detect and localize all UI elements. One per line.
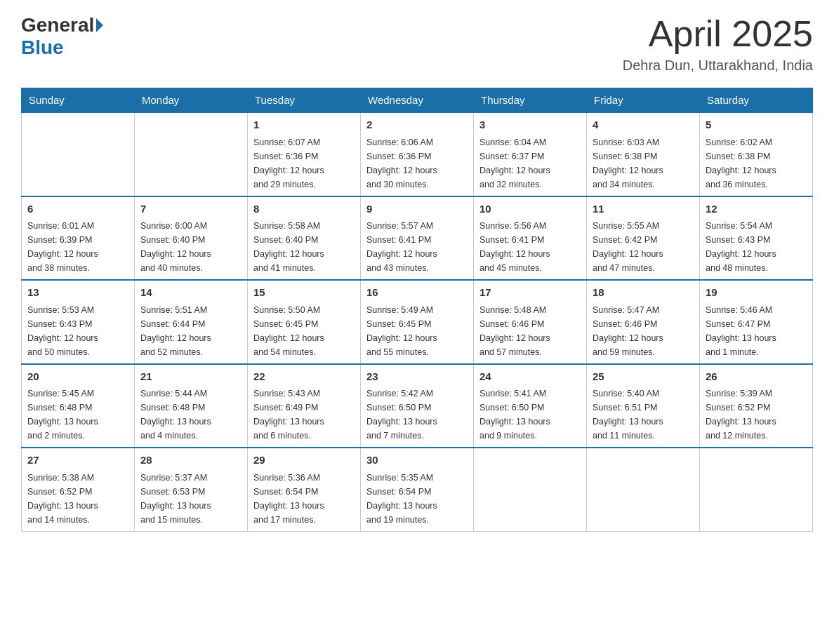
column-header-monday: Monday — [135, 88, 248, 113]
calendar-cell: 6Sunrise: 6:01 AM Sunset: 6:39 PM Daylig… — [22, 196, 135, 281]
day-number: 23 — [366, 369, 468, 385]
calendar-cell: 28Sunrise: 5:37 AM Sunset: 6:53 PM Dayli… — [135, 448, 248, 531]
day-info: Sunrise: 5:45 AM Sunset: 6:48 PM Dayligh… — [27, 387, 128, 443]
day-number: 7 — [140, 201, 241, 217]
calendar-cell: 7Sunrise: 6:00 AM Sunset: 6:40 PM Daylig… — [135, 196, 248, 281]
calendar-cell: 4Sunrise: 6:03 AM Sunset: 6:38 PM Daylig… — [587, 112, 700, 196]
calendar-body: 1Sunrise: 6:07 AM Sunset: 6:36 PM Daylig… — [22, 112, 813, 531]
calendar-cell — [474, 448, 587, 531]
day-number: 27 — [27, 452, 128, 469]
calendar-cell: 10Sunrise: 5:56 AM Sunset: 6:41 PM Dayli… — [474, 196, 587, 281]
calendar-cell: 11Sunrise: 5:55 AM Sunset: 6:42 PM Dayli… — [587, 196, 700, 281]
logo-blue-part — [94, 18, 103, 32]
day-info: Sunrise: 5:47 AM Sunset: 6:46 PM Dayligh… — [593, 303, 694, 359]
day-number: 21 — [140, 369, 241, 385]
column-header-sunday: Sunday — [22, 88, 135, 113]
logo: General Blue — [21, 14, 103, 59]
calendar-cell: 30Sunrise: 5:35 AM Sunset: 6:54 PM Dayli… — [361, 448, 474, 531]
calendar-cell: 22Sunrise: 5:43 AM Sunset: 6:49 PM Dayli… — [248, 364, 361, 448]
day-info: Sunrise: 5:41 AM Sunset: 6:50 PM Dayligh… — [479, 387, 581, 443]
calendar-cell: 20Sunrise: 5:45 AM Sunset: 6:48 PM Dayli… — [22, 364, 135, 448]
day-number: 10 — [479, 201, 581, 217]
day-info: Sunrise: 5:44 AM Sunset: 6:48 PM Dayligh… — [140, 387, 241, 443]
month-title: April 2025 — [623, 14, 813, 54]
day-info: Sunrise: 6:02 AM Sunset: 6:38 PM Dayligh… — [706, 135, 807, 192]
day-info: Sunrise: 5:54 AM Sunset: 6:43 PM Dayligh… — [706, 219, 807, 275]
column-header-friday: Friday — [587, 88, 700, 113]
day-info: Sunrise: 5:58 AM Sunset: 6:40 PM Dayligh… — [253, 219, 355, 275]
day-info: Sunrise: 5:53 AM Sunset: 6:43 PM Dayligh… — [27, 303, 128, 359]
day-info: Sunrise: 5:38 AM Sunset: 6:52 PM Dayligh… — [27, 471, 128, 527]
day-info: Sunrise: 5:37 AM Sunset: 6:53 PM Dayligh… — [140, 471, 241, 527]
day-info: Sunrise: 5:56 AM Sunset: 6:41 PM Dayligh… — [479, 219, 581, 275]
day-number: 9 — [366, 201, 468, 217]
calendar-cell: 15Sunrise: 5:50 AM Sunset: 6:45 PM Dayli… — [248, 280, 361, 364]
calendar-cell: 24Sunrise: 5:41 AM Sunset: 6:50 PM Dayli… — [474, 364, 587, 448]
day-info: Sunrise: 5:49 AM Sunset: 6:45 PM Dayligh… — [366, 303, 468, 359]
day-info: Sunrise: 5:40 AM Sunset: 6:51 PM Dayligh… — [593, 387, 694, 443]
day-number: 6 — [27, 201, 128, 217]
calendar-cell: 17Sunrise: 5:48 AM Sunset: 6:46 PM Dayli… — [474, 280, 587, 364]
day-info: Sunrise: 5:42 AM Sunset: 6:50 PM Dayligh… — [366, 387, 468, 443]
week-row-2: 6Sunrise: 6:01 AM Sunset: 6:39 PM Daylig… — [22, 196, 813, 281]
day-number: 28 — [140, 452, 241, 469]
calendar-cell — [700, 448, 813, 531]
calendar-cell — [135, 112, 248, 196]
calendar-cell — [587, 448, 700, 531]
day-info: Sunrise: 6:04 AM Sunset: 6:37 PM Dayligh… — [479, 135, 581, 192]
day-info: Sunrise: 6:00 AM Sunset: 6:40 PM Dayligh… — [140, 219, 241, 275]
day-info: Sunrise: 6:06 AM Sunset: 6:36 PM Dayligh… — [366, 135, 468, 192]
week-row-4: 20Sunrise: 5:45 AM Sunset: 6:48 PM Dayli… — [22, 364, 813, 448]
calendar-cell: 13Sunrise: 5:53 AM Sunset: 6:43 PM Dayli… — [22, 280, 135, 364]
calendar-cell: 29Sunrise: 5:36 AM Sunset: 6:54 PM Dayli… — [248, 448, 361, 531]
day-info: Sunrise: 5:48 AM Sunset: 6:46 PM Dayligh… — [479, 303, 581, 359]
day-number: 1 — [253, 117, 355, 133]
calendar-cell: 3Sunrise: 6:04 AM Sunset: 6:37 PM Daylig… — [474, 112, 587, 196]
day-info: Sunrise: 5:55 AM Sunset: 6:42 PM Dayligh… — [593, 219, 694, 275]
day-number: 29 — [253, 452, 355, 469]
day-number: 15 — [253, 285, 355, 301]
calendar-cell: 9Sunrise: 5:57 AM Sunset: 6:41 PM Daylig… — [361, 196, 474, 281]
day-info: Sunrise: 5:39 AM Sunset: 6:52 PM Dayligh… — [706, 387, 807, 443]
day-number: 19 — [706, 285, 807, 301]
day-number: 22 — [253, 369, 355, 385]
day-number: 25 — [593, 369, 694, 385]
day-info: Sunrise: 5:36 AM Sunset: 6:54 PM Dayligh… — [253, 471, 355, 527]
week-row-5: 27Sunrise: 5:38 AM Sunset: 6:52 PM Dayli… — [22, 448, 813, 531]
day-number: 12 — [706, 201, 807, 217]
location-subtitle: Dehra Dun, Uttarakhand, India — [623, 58, 813, 74]
day-info: Sunrise: 5:43 AM Sunset: 6:49 PM Dayligh… — [253, 387, 355, 443]
calendar-cell: 5Sunrise: 6:02 AM Sunset: 6:38 PM Daylig… — [700, 112, 813, 196]
day-number: 18 — [593, 285, 694, 301]
day-number: 11 — [593, 201, 694, 217]
column-header-wednesday: Wednesday — [361, 88, 474, 113]
calendar-cell: 18Sunrise: 5:47 AM Sunset: 6:46 PM Dayli… — [587, 280, 700, 364]
logo-arrow-icon — [96, 18, 103, 32]
logo-blue-text: Blue — [21, 36, 64, 59]
column-header-thursday: Thursday — [474, 88, 587, 113]
day-number: 30 — [366, 452, 468, 469]
day-number: 2 — [366, 117, 468, 133]
calendar-cell: 2Sunrise: 6:06 AM Sunset: 6:36 PM Daylig… — [361, 112, 474, 196]
calendar-cell: 21Sunrise: 5:44 AM Sunset: 6:48 PM Dayli… — [135, 364, 248, 448]
calendar-cell: 1Sunrise: 6:07 AM Sunset: 6:36 PM Daylig… — [248, 112, 361, 196]
calendar-cell: 25Sunrise: 5:40 AM Sunset: 6:51 PM Dayli… — [587, 364, 700, 448]
calendar-cell: 16Sunrise: 5:49 AM Sunset: 6:45 PM Dayli… — [361, 280, 474, 364]
calendar-cell: 14Sunrise: 5:51 AM Sunset: 6:44 PM Dayli… — [135, 280, 248, 364]
day-number: 8 — [253, 201, 355, 217]
calendar-cell: 8Sunrise: 5:58 AM Sunset: 6:40 PM Daylig… — [248, 196, 361, 281]
day-info: Sunrise: 6:01 AM Sunset: 6:39 PM Dayligh… — [27, 219, 128, 275]
column-header-saturday: Saturday — [700, 88, 813, 113]
week-row-1: 1Sunrise: 6:07 AM Sunset: 6:36 PM Daylig… — [22, 112, 813, 196]
day-number: 5 — [706, 117, 807, 133]
day-info: Sunrise: 6:07 AM Sunset: 6:36 PM Dayligh… — [253, 135, 355, 192]
column-header-tuesday: Tuesday — [248, 88, 361, 113]
day-number: 16 — [366, 285, 468, 301]
header-row: SundayMondayTuesdayWednesdayThursdayFrid… — [22, 88, 813, 113]
title-area: April 2025 Dehra Dun, Uttarakhand, India — [623, 14, 813, 74]
day-info: Sunrise: 5:51 AM Sunset: 6:44 PM Dayligh… — [140, 303, 241, 359]
calendar-cell: 26Sunrise: 5:39 AM Sunset: 6:52 PM Dayli… — [700, 364, 813, 448]
day-number: 17 — [479, 285, 581, 301]
day-number: 20 — [27, 369, 128, 385]
calendar-cell: 19Sunrise: 5:46 AM Sunset: 6:47 PM Dayli… — [700, 280, 813, 364]
